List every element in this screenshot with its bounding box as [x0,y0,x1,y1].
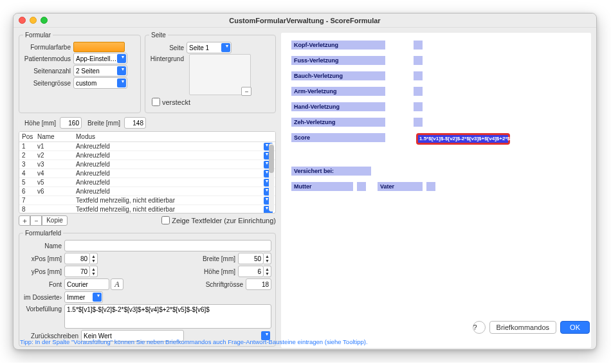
feld-hoehe-stepper[interactable]: ▲▼ [264,266,271,277]
ypos-stepper[interactable]: ▲▼ [90,266,98,277]
seitengroesse-select[interactable]: custom [73,77,127,89]
patientenmodus-label: Patientenmodus [23,55,73,62]
kopie-button[interactable]: Kopie [42,215,68,226]
seite-legend: Seite [149,32,168,39]
pv-label: Kopf-Verletzung [291,41,385,50]
add-row-button[interactable]: ＋ [19,215,30,226]
xpos-input[interactable] [64,253,90,264]
feld-hoehe-input[interactable] [238,266,264,277]
pv-vater-label: Vater [378,182,423,191]
table-row[interactable]: 6v6Ankreuzfeld [19,187,275,196]
pv-label: Arm-Verletzung [291,87,385,96]
patientenmodus-select[interactable]: App-Einstell… [73,53,127,64]
pv-label: Hand-Verletzung [291,102,385,111]
pv-label: Bauch-Verletzung [291,71,385,80]
feld-breite-label: Breite [mm] [197,255,238,262]
pv-vater-box [426,182,435,191]
formularfeld-group: Formularfeld Name xPos [mm] ▲▼ Breite [m… [19,230,276,347]
dossier-select[interactable]: Immer [64,291,103,303]
dossier-label: im Dossierte› [23,294,64,301]
ypos-input[interactable] [64,266,90,277]
hintergrund-remove-button[interactable]: － [241,87,251,96]
hintergrund-label: Hintergrund [149,54,187,62]
pv-checkbox [414,102,423,111]
table-row[interactable]: 3v3Ankreuzfeld [19,160,275,169]
seite-group: Seite Seite Seite 1 Hintergrund － verste… [145,32,276,113]
felder-table: Pos Name Modus 1v1Ankreuzfeld2v2Ankreuzf… [19,131,276,214]
titlebar: CustomFormularVerwaltung - ScoreFormular [14,14,596,28]
feld-breite-input[interactable] [238,253,264,264]
xpos-label: xPos [mm] [23,255,64,262]
font-input[interactable] [64,278,109,290]
formularfarbe-label: Formularfarbe [23,44,73,51]
pv-checkbox [414,71,423,80]
schriftgroesse-label: Schriftgrösse [199,281,246,288]
table-row[interactable]: 2v2Ankreuzfeld [19,151,275,160]
th-modus[interactable]: Modus [76,133,275,140]
pv-label: Zeh-Verletzung [291,118,385,127]
pv-mutter-label: Mutter [291,182,353,191]
pv-checkbox [414,41,423,50]
window-title: CustomFormularVerwaltung - ScoreFormular [14,17,596,24]
app-window: CustomFormularVerwaltung - ScoreFormular… [13,13,597,350]
ypos-label: yPos [mm] [23,268,64,275]
hintergrund-thumb[interactable]: － [189,54,251,95]
seite-label: Seite [149,44,187,51]
pv-score-value: 1.5*$[v1]$-$[v2]$-2*$[v3]$+$[v4]$+2*$[v5… [418,135,508,143]
form-preview: Kopf-VerletzungFuss-VerletzungBauch-Verl… [281,33,591,348]
th-name[interactable]: Name [37,133,76,140]
name-label: Name [23,242,64,250]
briefkommandos-button[interactable]: Briefkommandos [489,321,557,334]
breite-input[interactable] [124,117,146,129]
table-row[interactable]: 8Textfeld mehrzeilig, nicht editierbar [19,205,275,213]
formularfarbe-swatch[interactable] [73,42,125,52]
remove-row-button[interactable]: － [30,215,42,226]
font-picker-button[interactable]: A [111,278,123,290]
hoehe-label: Höhe [mm] [19,120,59,127]
pv-versichert-label: Versichert bei: [291,167,371,176]
breite-label: Breite [mm] [83,120,123,127]
seite-select[interactable]: Seite 1 [187,42,232,53]
name-input[interactable] [64,240,271,251]
schriftgroesse-input[interactable] [246,278,271,290]
table-scrollbar[interactable] [269,143,274,212]
pv-checkbox [414,56,423,65]
pv-score-label: Score [291,133,385,142]
pv-checkbox [414,87,423,96]
zeige-textfelder-label: Zeige Textfelder (zur Einrichtung) [172,217,276,224]
formularfeld-legend: Formularfeld [23,230,63,237]
font-label: Font [23,281,64,288]
th-pos[interactable]: Pos [19,133,37,140]
versteckt-label: versteckt [162,98,190,106]
seitenanzahl-label: Seitenanzahl [23,68,73,75]
seitenanzahl-select[interactable]: 2 Seiten [73,65,127,77]
hoehe-input[interactable] [60,117,82,129]
help-button[interactable]: ? [473,321,486,334]
table-row[interactable]: 1v1Ankreuzfeld [19,142,275,151]
vorbefuellung-label: Vorbefüllung [23,304,64,313]
versteckt-checkbox[interactable] [152,98,160,106]
feld-breite-stepper[interactable]: ▲▼ [264,253,271,264]
pv-mutter-box [357,182,366,191]
table-row[interactable]: 4v4Ankreuzfeld [19,169,275,178]
seitengroesse-label: Seitengrösse [23,80,73,87]
vorbefuellung-input[interactable]: 1.5*$[v1]$-$[v2]$-2*$[v3]$+$[v4]$+2*$[v5… [64,304,271,329]
tip-label: Tipp: In der Spalte "Vorausfüllung" könn… [20,338,590,345]
zeige-textfelder-checkbox[interactable] [161,216,170,224]
ok-button[interactable]: OK [560,321,590,334]
formular-group: Formular Formularfarbe Patientenmodus Ap… [19,32,141,113]
pv-score-highlight: 1.5*$[v1]$-$[v2]$-2*$[v3]$+$[v4]$+2*$[v5… [416,133,510,145]
formular-legend: Formular [23,32,53,39]
xpos-stepper[interactable]: ▲▼ [90,253,98,264]
pv-checkbox [414,118,423,127]
table-row[interactable]: 7Textfeld mehrzeilig, nicht editierbar [19,196,275,205]
table-row[interactable]: 5v5Ankreuzfeld [19,178,275,187]
pv-label: Fuss-Verletzung [291,56,385,65]
feld-hoehe-label: Höhe [mm] [197,268,238,275]
